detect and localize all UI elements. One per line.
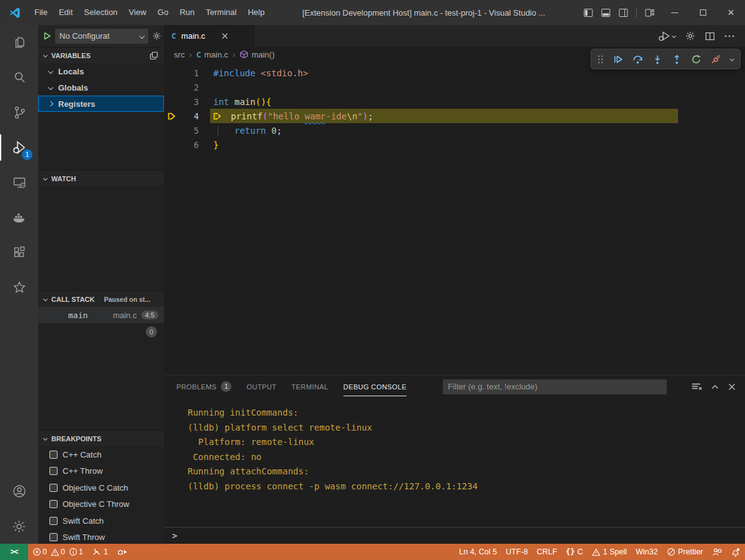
toggle-secondary-sidebar-icon[interactable] — [619, 8, 628, 18]
indent-guide — [218, 111, 218, 121]
breadcrumb-file[interactable]: C main.c — [196, 50, 228, 59]
stack-frame-row[interactable]: main main.c 4:5 — [38, 307, 164, 323]
chevron-down-icon[interactable] — [730, 57, 734, 61]
menu-terminal[interactable]: Terminal — [200, 0, 242, 25]
checkbox[interactable] — [49, 451, 58, 459]
sidebar-item-explorer[interactable] — [0, 25, 38, 60]
remote-explorer-icon — [12, 175, 27, 190]
breakpoints-list: C++ CatchC++ ThrowObjective C CatchObjec… — [38, 446, 164, 544]
breakpoint-item-c-throw[interactable]: C++ Throw — [38, 463, 164, 480]
menu-selection[interactable]: Selection — [78, 0, 123, 25]
sidebar-item-source-control[interactable] — [0, 95, 38, 130]
toggle-panel-icon[interactable] — [601, 8, 611, 18]
panel-tab-problems[interactable]: PROBLEMS1 — [176, 376, 231, 398]
checkbox[interactable] — [49, 500, 58, 508]
checkbox[interactable] — [49, 467, 58, 475]
start-debugging-icon[interactable] — [43, 32, 51, 40]
thread-row[interactable]: 0 — [38, 323, 164, 341]
more-actions-icon[interactable]: ··· — [724, 31, 736, 41]
continue-button[interactable] — [613, 54, 623, 64]
close-tab-icon[interactable] — [221, 32, 228, 39]
debug-console-status[interactable] — [113, 544, 132, 560]
bottom-panel: PROBLEMS1OUTPUTTERMINALDEBUG CONSOLE Run… — [164, 375, 745, 544]
problems-status[interactable]: 0 0 1 — [28, 544, 88, 560]
checkbox[interactable] — [49, 484, 58, 492]
copy-value-icon[interactable] — [150, 51, 158, 60]
tab-main-c[interactable]: C main.c — [164, 25, 255, 47]
eol-status[interactable]: CRLF — [532, 544, 562, 560]
breakpoint-item-objective-c-catch[interactable]: Objective C Catch — [38, 479, 164, 496]
sidebar-item-docker[interactable] — [0, 200, 38, 235]
settings-gear-icon[interactable] — [685, 31, 696, 41]
step-into-button[interactable] — [652, 54, 662, 64]
bug-play-icon — [117, 548, 128, 556]
step-out-button[interactable] — [672, 54, 682, 64]
variables-item-locals[interactable]: Locals — [38, 63, 164, 79]
sidebar-item-search[interactable] — [0, 60, 38, 95]
panel-actions — [682, 382, 745, 391]
menu-help[interactable]: Help — [242, 0, 270, 25]
launch-configuration-dropdown[interactable]: No Configurat — [55, 29, 148, 44]
breadcrumb-symbol[interactable]: main() — [240, 50, 275, 59]
split-editor-icon[interactable] — [705, 31, 715, 41]
call-stack-section-header[interactable]: CALL STACK Paused on st... — [38, 291, 164, 307]
feedback-status[interactable] — [707, 544, 726, 560]
breakpoints-section-header[interactable]: BREAKPOINTS — [38, 431, 164, 446]
menu-run[interactable]: Run — [174, 0, 200, 25]
variables-item-globals[interactable]: Globals — [38, 79, 164, 96]
menu-file[interactable]: File — [29, 0, 53, 25]
editor-tab-bar: C main.c ··· — [164, 25, 745, 47]
clear-console-icon[interactable] — [691, 382, 702, 391]
encoding-status[interactable]: UTF-8 — [501, 544, 532, 560]
run-or-debug-button[interactable] — [658, 31, 676, 41]
maximize-panel-icon[interactable] — [711, 384, 719, 389]
notifications-status[interactable] — [726, 544, 745, 560]
watch-section-header[interactable]: WATCH — [38, 171, 164, 186]
code-text: #include <stdio.h> — [199, 68, 308, 78]
spell-checker-status[interactable]: 1 Spell — [587, 544, 631, 560]
checkbox[interactable] — [49, 533, 58, 541]
breakpoint-item-c-catch[interactable]: C++ Catch — [38, 446, 164, 463]
sidebar-item-extensions[interactable] — [0, 235, 38, 270]
breakpoint-item-objective-c-throw[interactable]: Objective C Throw — [38, 496, 164, 513]
customize-layout-icon[interactable] — [645, 8, 654, 18]
breadcrumb-folder[interactable]: src — [174, 50, 185, 59]
ports-status[interactable]: 1 — [88, 544, 113, 560]
panel-tab-label: OUTPUT — [246, 377, 276, 396]
remote-indicator[interactable]: >< — [0, 544, 28, 560]
menu-edit[interactable]: Edit — [53, 0, 78, 25]
breakpoint-item-swift-catch[interactable]: Swift Catch — [38, 512, 164, 529]
maximize-button[interactable] — [689, 0, 717, 25]
step-over-button[interactable] — [632, 54, 643, 64]
panel-tab-terminal[interactable]: TERMINAL — [291, 376, 328, 398]
panel-tab-debug-console[interactable]: DEBUG CONSOLE — [343, 376, 407, 398]
cursor-position-status[interactable]: Ln 4, Col 5 — [455, 544, 501, 560]
sidebar-item-run-and-debug[interactable]: 1 — [0, 130, 38, 165]
variables-item-registers[interactable]: Registers — [38, 96, 164, 112]
breakpoint-gutter[interactable] — [164, 112, 176, 120]
debug-launch-toolbar: No Configurat — [38, 25, 164, 47]
close-button[interactable]: × — [717, 0, 745, 25]
sidebar-item-settings[interactable] — [0, 509, 38, 544]
close-panel-icon[interactable] — [728, 383, 736, 391]
console-filter-input[interactable] — [443, 379, 667, 394]
debug-console-input[interactable]: > — [164, 527, 745, 544]
platform-status[interactable]: Win32 — [631, 544, 662, 560]
restart-button[interactable] — [691, 54, 701, 64]
sidebar-item-favorites[interactable] — [0, 270, 38, 305]
menu-go[interactable]: Go — [152, 0, 174, 25]
sidebar-item-remote-explorer[interactable] — [0, 165, 38, 200]
language-mode-status[interactable]: {} C — [562, 544, 587, 560]
panel-tab-output[interactable]: OUTPUT — [246, 376, 276, 398]
toggle-sidebar-icon[interactable] — [584, 8, 593, 18]
formatter-status[interactable]: Prettier — [662, 544, 707, 560]
code-editor[interactable]: 1#include <stdio.h>23int main(){4printf(… — [164, 62, 745, 375]
sidebar-item-accounts[interactable] — [0, 474, 38, 509]
variables-section-header[interactable]: VARIABLES — [38, 48, 164, 63]
menu-view[interactable]: View — [123, 0, 152, 25]
disconnect-button[interactable] — [711, 54, 721, 64]
checkbox[interactable] — [49, 517, 58, 525]
minimize-button[interactable] — [661, 0, 689, 25]
toolbar-gripper-icon[interactable] — [597, 54, 604, 64]
configure-launch-gear-icon[interactable] — [152, 31, 161, 41]
